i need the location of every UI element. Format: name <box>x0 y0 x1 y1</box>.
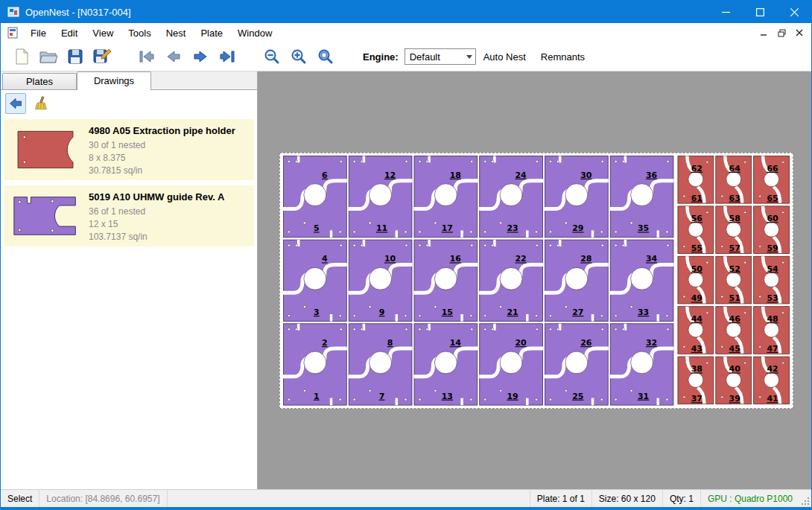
status-qty: Qty: 1 <box>662 490 700 507</box>
part-number: 4 <box>322 254 328 264</box>
part-number: 46 <box>729 314 741 324</box>
zoom-fit-button[interactable] <box>312 44 339 69</box>
part-number: 1 <box>314 392 320 401</box>
part-number: 39 <box>729 394 740 404</box>
part-number: 30 <box>580 170 592 180</box>
tab-drawings[interactable]: Drawings <box>77 71 151 90</box>
open-button[interactable] <box>35 44 62 69</box>
drawings-list: 4980 A05 Extraction pipe holder 30 of 1 … <box>1 117 257 489</box>
status-size: Size: 60 x 120 <box>591 490 662 507</box>
next-plate-button[interactable] <box>187 44 214 69</box>
part-number: 55 <box>691 243 702 253</box>
previous-plate-button[interactable] <box>160 44 187 69</box>
menu-nest[interactable]: Nest <box>159 25 194 41</box>
child-minimize-icon[interactable] <box>755 25 773 40</box>
part-number: 18 <box>450 170 461 180</box>
part-number: 2 <box>322 338 328 348</box>
part-number: 26 <box>580 338 592 348</box>
part-number: 41 <box>767 394 778 404</box>
engine-label: Engine: <box>363 51 399 63</box>
part-number: 9 <box>379 307 385 317</box>
return-arrow-icon <box>8 96 23 111</box>
part-number: 15 <box>442 307 453 317</box>
maximize-icon[interactable] <box>743 1 777 23</box>
menu-edit[interactable]: Edit <box>54 25 85 41</box>
clean-button[interactable] <box>31 93 51 114</box>
part-number: 52 <box>729 264 740 274</box>
engine-select[interactable]: Default <box>405 48 476 65</box>
drawings-toolbar <box>1 90 257 117</box>
child-restore-icon[interactable] <box>773 25 790 40</box>
return-arrow-button[interactable] <box>5 93 26 114</box>
save-as-button[interactable] <box>89 44 115 69</box>
menu-window[interactable]: Window <box>230 25 279 41</box>
zoom-out-icon <box>263 48 281 66</box>
drawing-nested: 30 of 1 nested <box>89 139 235 152</box>
status-location: Location: [84.8696, 60.6957] <box>39 490 167 507</box>
part-number: 65 <box>767 194 778 203</box>
menu-tools[interactable]: Tools <box>121 25 158 41</box>
part-number: 60 <box>767 214 778 223</box>
next-arrow-icon <box>191 48 209 66</box>
nest-canvas-area[interactable]: 6512111817242330293635431091615222128273… <box>258 71 811 489</box>
part-number: 22 <box>515 254 526 264</box>
part-number: 44 <box>691 314 703 324</box>
drawing-title: 4980 A05 Extraction pipe holder <box>89 125 235 136</box>
menu-view[interactable]: View <box>85 25 121 41</box>
part-number: 63 <box>729 194 740 203</box>
chevron-down-icon <box>463 55 475 59</box>
part-number: 20 <box>515 338 527 348</box>
resize-grip-icon[interactable] <box>799 490 811 507</box>
save-button[interactable] <box>62 44 89 69</box>
part-number: 19 <box>507 392 518 401</box>
part-number: 43 <box>691 344 702 354</box>
last-arrow-icon <box>218 48 236 66</box>
side-panel: Plates Drawings <box>1 71 258 489</box>
part-number: 64 <box>729 164 741 173</box>
remnants-button[interactable]: Remnants <box>533 47 592 67</box>
new-button[interactable] <box>8 44 35 69</box>
zoom-out-button[interactable] <box>258 44 285 69</box>
part-number: 34 <box>646 254 658 264</box>
title-bar: OpenNest - [N0317-004] <box>1 1 811 23</box>
part-number: 53 <box>767 293 778 303</box>
window-controls <box>708 1 811 23</box>
app-window: OpenNest - [N0317-004] File Edit View To… <box>0 0 812 510</box>
part-number: 23 <box>507 223 518 233</box>
first-plate-button[interactable] <box>133 44 160 69</box>
part-number: 12 <box>384 170 396 180</box>
list-item[interactable]: 4980 A05 Extraction pipe holder 30 of 1 … <box>4 119 254 180</box>
zoom-in-button[interactable] <box>285 44 312 69</box>
tab-plates[interactable]: Plates <box>2 73 77 89</box>
part-number: 45 <box>729 344 740 354</box>
part-number: 50 <box>691 264 703 274</box>
close-icon[interactable] <box>777 1 811 23</box>
menu-file[interactable]: File <box>23 25 54 41</box>
minimize-icon[interactable] <box>708 1 743 23</box>
part-number: 7 <box>379 392 385 401</box>
part-thumbnail-purple <box>8 188 83 243</box>
drawing-size: 12 x 15 <box>89 218 224 231</box>
part-number: 54 <box>767 264 778 274</box>
list-item[interactable]: 5019 A10 UHMW guide Rev. A 36 of 1 neste… <box>4 185 254 246</box>
child-close-icon[interactable] <box>790 25 808 40</box>
plate[interactable]: 6512111817242330293635431091615222128273… <box>279 153 793 409</box>
part-number: 25 <box>572 392 583 401</box>
engine-value: Default <box>410 51 440 63</box>
last-plate-button[interactable] <box>214 44 241 69</box>
menu-plate[interactable]: Plate <box>193 25 230 41</box>
document-icon <box>7 27 19 39</box>
drawing-nested: 36 of 1 nested <box>89 205 224 218</box>
drawing-title: 5019 A10 UHMW guide Rev. A <box>89 191 224 203</box>
drawing-size: 8 x 8.375 <box>89 152 235 165</box>
part-number: 47 <box>767 344 778 354</box>
part-number: 24 <box>515 170 527 180</box>
part-number: 6 <box>322 170 328 180</box>
part-number: 32 <box>646 338 657 348</box>
part-number: 40 <box>729 364 741 374</box>
part-number: 8 <box>387 338 393 348</box>
part-number: 17 <box>442 223 453 233</box>
part-number: 14 <box>450 338 462 348</box>
app-icon <box>7 6 19 18</box>
auto-nest-button[interactable]: Auto Nest <box>476 47 533 67</box>
